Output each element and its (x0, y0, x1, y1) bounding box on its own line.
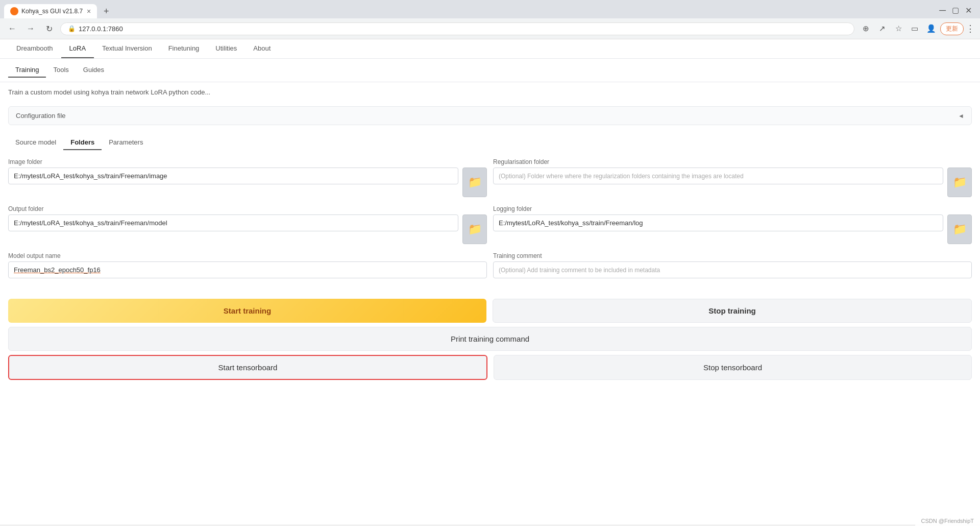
print-command-wrapper: Print training command (8, 327, 972, 351)
folder-icon: 📁 (953, 176, 967, 189)
tab-tools[interactable]: Tools (46, 63, 76, 78)
address-bar[interactable]: 🔒 127.0.0.1:7860 (60, 22, 854, 35)
bookmark-icon[interactable]: ☆ (891, 21, 905, 36)
window-close[interactable]: ✕ (965, 6, 972, 15)
top-nav: Dreambooth LoRA Textual Inversion Finetu… (0, 39, 980, 59)
favicon (10, 7, 18, 15)
training-comment-input[interactable] (493, 261, 972, 278)
share-icon[interactable]: ↗ (875, 21, 889, 36)
sidebar-icon[interactable]: ▭ (908, 21, 922, 36)
browser-menu-icon[interactable]: ⋮ (966, 23, 975, 34)
footer-text: CSDN @FriendshipT (921, 518, 974, 524)
description: Train a custom model using kohya train n… (0, 82, 980, 102)
print-command-button[interactable]: Print training command (8, 327, 972, 351)
page-footer: CSDN @FriendshipT (915, 516, 980, 524)
inner-tab-parameters[interactable]: Parameters (102, 135, 150, 150)
folder-row-2: Output folder 📁 Logging folder 📁 (8, 205, 972, 244)
nav-textual-inversion[interactable]: Textual Inversion (94, 39, 160, 58)
logging-folder-label: Logging folder (493, 205, 943, 212)
logging-folder-group: Logging folder (493, 205, 943, 231)
model-output-name-input[interactable] (8, 261, 487, 278)
new-tab-button[interactable]: + (99, 4, 113, 18)
inner-tabs: Source model Folders Parameters (0, 129, 980, 150)
config-bar-label: Configuration file (16, 112, 66, 119)
window-minimize[interactable]: ─ (939, 5, 946, 16)
regularisation-folder-group: Regularisation folder (493, 158, 943, 184)
nav-about[interactable]: About (245, 39, 279, 58)
start-training-button[interactable]: Start training (8, 299, 486, 323)
nav-utilities[interactable]: Utilities (207, 39, 245, 58)
form-area: Image folder 📁 Regularisation folder 📁 (0, 150, 980, 295)
start-tensorboard-button[interactable]: Start tensorboard (8, 355, 487, 380)
image-folder-input[interactable] (8, 168, 458, 184)
output-folder-group: Output folder (8, 205, 458, 231)
reload-button[interactable]: ↻ (42, 21, 56, 36)
image-folder-browse-button[interactable]: 📁 (462, 168, 487, 197)
inner-tab-source-model[interactable]: Source model (8, 135, 63, 150)
folder-icon: 📁 (468, 223, 482, 236)
nav-dreambooth[interactable]: Dreambooth (8, 39, 61, 58)
nav-finetuning[interactable]: Finetuning (160, 39, 208, 58)
logging-folder-input[interactable] (493, 214, 943, 231)
update-button[interactable]: 更新 (940, 22, 964, 35)
model-row: Model output name Training comment (8, 252, 972, 278)
profile-icon[interactable]: 👤 (924, 21, 938, 36)
tab-close-button[interactable]: × (87, 7, 91, 15)
stop-training-button[interactable]: Stop training (493, 299, 972, 323)
output-folder-browse-button[interactable]: 📁 (462, 214, 487, 244)
forward-button[interactable]: → (23, 21, 38, 36)
tab-training[interactable]: Training (8, 63, 46, 78)
tensorboard-row: Start tensorboard Stop tensorboard (8, 355, 972, 380)
window-maximize[interactable]: ▢ (952, 6, 959, 15)
output-folder-input[interactable] (8, 214, 458, 231)
folder-row-1: Image folder 📁 Regularisation folder 📁 (8, 158, 972, 197)
training-comment-group: Training comment (493, 252, 972, 278)
browser-tab[interactable]: Kohya_ss GUI v21.8.7 × (4, 4, 97, 18)
inner-tab-folders[interactable]: Folders (63, 135, 102, 150)
regularisation-folder-input[interactable] (493, 168, 943, 184)
folder-icon: 📁 (468, 176, 482, 189)
stop-tensorboard-button[interactable]: Stop tensorboard (494, 355, 972, 380)
training-action-row: Start training Stop training (8, 299, 972, 323)
output-folder-label: Output folder (8, 205, 458, 212)
sub-tabs: Training Tools Guides (0, 59, 980, 82)
tab-guides[interactable]: Guides (76, 63, 111, 78)
folder-icon: 📁 (953, 223, 967, 236)
logging-folder-browse-button[interactable]: 📁 (947, 214, 972, 244)
back-button[interactable]: ← (5, 21, 19, 36)
image-folder-label: Image folder (8, 158, 458, 165)
image-folder-group: Image folder (8, 158, 458, 184)
translate-icon[interactable]: ⊕ (859, 21, 873, 36)
model-output-name-label: Model output name (8, 252, 487, 259)
tab-title: Kohya_ss GUI v21.8.7 (21, 8, 83, 15)
config-file-bar[interactable]: Configuration file ◄ (8, 106, 972, 125)
regularisation-folder-browse-button[interactable]: 📁 (947, 168, 972, 197)
training-comment-label: Training comment (493, 252, 972, 259)
address-text: 127.0.0.1:7860 (79, 25, 847, 33)
secure-icon: 🔒 (68, 25, 76, 32)
model-output-name-group: Model output name (8, 252, 487, 278)
config-arrow-icon: ◄ (958, 112, 964, 119)
nav-lora[interactable]: LoRA (61, 39, 94, 58)
regularisation-folder-label: Regularisation folder (493, 158, 943, 165)
